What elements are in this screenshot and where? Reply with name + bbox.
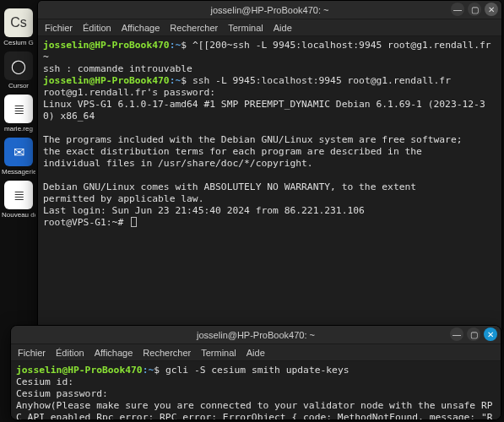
app-icon: ≣ bbox=[4, 181, 33, 209]
menu-item[interactable]: Rechercher bbox=[143, 348, 191, 358]
dock-item[interactable]: ≣Nouveau doc bbox=[2, 181, 35, 219]
window-title: josselin@HP-ProBook470: ~ bbox=[211, 5, 329, 15]
menu-item[interactable]: Fichier bbox=[18, 348, 46, 358]
menu-item[interactable]: Rechercher bbox=[170, 23, 218, 33]
root-prompt: root@VPS-G1:~# bbox=[43, 217, 129, 228]
menu-item[interactable]: Aide bbox=[274, 23, 292, 33]
menu-item[interactable]: Édition bbox=[56, 348, 84, 358]
output-line: Debian GNU/Linux comes with ABSOLUTELY N… bbox=[43, 181, 416, 192]
dock-label: marie.reg bbox=[2, 125, 35, 133]
minimize-button[interactable]: — bbox=[450, 327, 463, 341]
menu-item[interactable]: Terminal bbox=[201, 348, 236, 358]
dock-item[interactable]: ✉Messagerie Thunderbird bbox=[2, 138, 35, 176]
prompt-dollar: $ bbox=[181, 40, 192, 51]
output-line: root@g1.rendall.fr's password: bbox=[43, 87, 215, 98]
dock: CsCesium G◯Cursor≣marie.reg✉Messagerie T… bbox=[2, 8, 35, 219]
prompt-user: josselin@HP-ProBook470 bbox=[43, 75, 170, 86]
output-line: individual files in /usr/share/doc/*/cop… bbox=[43, 158, 313, 169]
output-line: Linux VPS-G1 6.1.0-17-amd64 #1 SMP PREEM… bbox=[43, 99, 485, 122]
dock-item[interactable]: ≣marie.reg bbox=[2, 95, 35, 133]
output-line: Last login: Sun Jun 23 21:45:40 2024 fro… bbox=[43, 205, 365, 216]
menu-item[interactable]: Affichage bbox=[122, 23, 160, 33]
terminal-output[interactable]: josselin@HP-ProBook470:~$ ^[[200~ssh -L … bbox=[38, 36, 501, 333]
menu-item[interactable]: Édition bbox=[83, 23, 111, 33]
prompt-dollar: $ bbox=[154, 365, 165, 376]
output-line: ssh : commande introuvable bbox=[43, 63, 192, 74]
dock-item[interactable]: ◯Cursor bbox=[2, 51, 35, 89]
titlebar[interactable]: josselin@HP-ProBook470: ~ — ▢ ✕ bbox=[11, 326, 501, 344]
dock-label: Cursor bbox=[2, 82, 35, 89]
dock-label: Cesium G bbox=[2, 39, 35, 46]
prompt-user: josselin@HP-ProBook470 bbox=[16, 365, 143, 376]
output-line: permitted by applicable law. bbox=[43, 193, 203, 204]
command-line: gcli -S cesium smith update-keys bbox=[165, 365, 350, 376]
terminal-output[interactable]: josselin@HP-ProBook470:~$ gcli -S cesium… bbox=[11, 361, 501, 419]
dock-item[interactable]: CsCesium G bbox=[2, 8, 35, 46]
titlebar[interactable]: josselin@HP-ProBook470: ~ — ▢ ✕ bbox=[38, 1, 501, 19]
menu-item[interactable]: Aide bbox=[247, 348, 265, 358]
output-line: The programs included with the Debian GN… bbox=[43, 134, 463, 145]
app-icon: ≣ bbox=[4, 95, 33, 123]
app-icon: ◯ bbox=[4, 51, 33, 80]
prompt-dollar: $ bbox=[181, 75, 192, 86]
menu-item[interactable]: Fichier bbox=[45, 23, 73, 33]
close-button[interactable]: ✕ bbox=[485, 3, 498, 16]
cursor-icon bbox=[131, 217, 137, 227]
app-icon: Cs bbox=[4, 8, 33, 37]
output-line: Cesium password: bbox=[16, 388, 108, 399]
maximize-button[interactable]: ▢ bbox=[468, 3, 481, 16]
minimize-button[interactable]: — bbox=[451, 3, 464, 16]
menu-item[interactable]: Affichage bbox=[95, 348, 133, 358]
output-line: the exact distribution terms for each pr… bbox=[43, 146, 422, 157]
close-button[interactable]: ✕ bbox=[484, 327, 497, 341]
menu-item[interactable]: Terminal bbox=[228, 23, 263, 33]
output-line: Cesium id: bbox=[16, 376, 73, 387]
dock-label: Messagerie Thunderbird bbox=[2, 168, 35, 176]
terminal-window-ssh: josselin@HP-ProBook470: ~ — ▢ ✕ FichierÉ… bbox=[37, 0, 502, 333]
dock-label: Nouveau doc bbox=[2, 211, 35, 219]
command-line: ssh -L 9945:localhost:9945 root@g1.renda… bbox=[192, 75, 451, 86]
menubar: FichierÉditionAffichageRechercherTermina… bbox=[38, 19, 501, 36]
maximize-button[interactable]: ▢ bbox=[467, 327, 480, 341]
prompt-user: josselin@HP-ProBook470 bbox=[43, 40, 170, 51]
window-title: josselin@HP-ProBook470: ~ bbox=[197, 330, 315, 340]
terminal-window-gcli: josselin@HP-ProBook470: ~ — ▢ ✕ FichierÉ… bbox=[10, 325, 501, 420]
menubar: FichierÉditionAffichageRechercherTermina… bbox=[11, 344, 501, 361]
app-icon: ✉ bbox=[4, 138, 33, 166]
output-line: Anyhow(Please make sure you are connecte… bbox=[16, 400, 493, 419]
